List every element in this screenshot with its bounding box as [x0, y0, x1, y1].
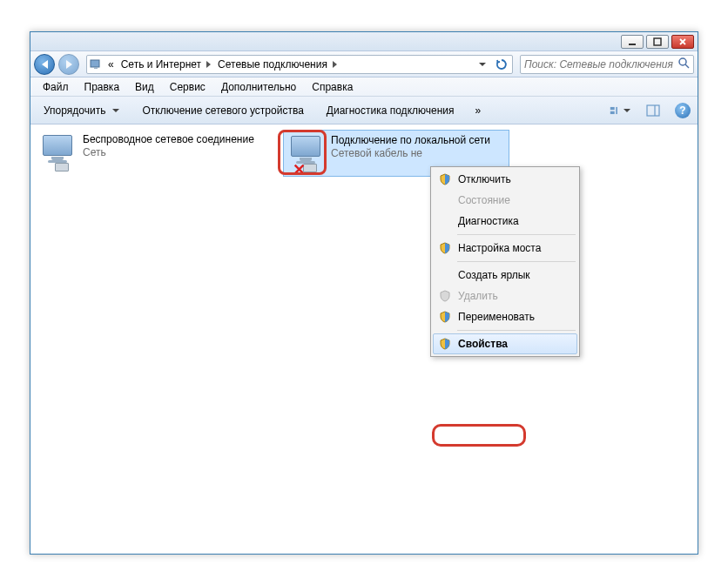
svg-rect-6 — [610, 106, 615, 109]
connection-wireless[interactable]: Беспроводное сетевое соединение Сеть — [36, 130, 262, 175]
svg-rect-2 — [91, 60, 99, 67]
ctx-status-label: Состояние — [455, 194, 571, 206]
wireless-title: Беспроводное сетевое соединение — [83, 133, 254, 146]
ctx-separator — [457, 330, 576, 331]
ctx-diagnose-label: Диагностика — [455, 215, 571, 227]
svg-rect-1 — [654, 38, 661, 45]
forward-button[interactable] — [58, 54, 79, 75]
ctx-separator — [457, 261, 576, 262]
annotation-highlight-properties — [432, 424, 526, 447]
search-input[interactable] — [524, 58, 677, 71]
ctx-properties[interactable]: Свойства — [433, 333, 577, 354]
ctx-bridge-label: Настройка моста — [455, 242, 571, 254]
ctx-shortcut-label: Создать ярлык — [455, 269, 571, 281]
address-bar[interactable]: « Сеть и Интернет Сетевые подключения — [86, 55, 513, 74]
menu-file[interactable]: Файл — [36, 79, 76, 95]
wireless-line2: Сеть — [83, 146, 254, 159]
breadcrumb-level1-label: Сеть и Интернет — [121, 58, 201, 71]
ctx-properties-label: Свойства — [455, 338, 571, 350]
content-area[interactable]: Беспроводное сетевое соединение Сеть ✕ П… — [30, 124, 698, 554]
ctx-shortcut[interactable]: Создать ярлык — [433, 265, 577, 286]
shield-icon — [435, 173, 455, 185]
explorer-window: « Сеть и Интернет Сетевые подключения Фа… — [30, 31, 698, 555]
breadcrumb-prefix[interactable]: « — [104, 56, 118, 73]
menu-extra[interactable]: Дополнительно — [214, 79, 303, 95]
ctx-status: Состояние — [433, 190, 577, 211]
organize-label: Упорядочить — [44, 104, 105, 117]
organize-button[interactable]: Упорядочить — [37, 101, 125, 120]
address-dropdown[interactable] — [474, 57, 491, 72]
svg-rect-9 — [647, 105, 659, 116]
search-box[interactable] — [520, 55, 694, 74]
back-button[interactable] — [34, 54, 55, 75]
ctx-rename[interactable]: Переименовать — [433, 306, 577, 327]
ctx-bridge[interactable]: Настройка моста — [433, 238, 577, 259]
maximize-button[interactable] — [646, 35, 669, 49]
ctx-rename-label: Переименовать — [455, 311, 571, 323]
svg-rect-8 — [616, 106, 617, 113]
svg-rect-0 — [629, 44, 636, 45]
ctx-disable[interactable]: Отключить — [433, 169, 577, 190]
ctx-separator — [457, 234, 576, 235]
menu-edit[interactable]: Правка — [78, 79, 127, 95]
disconnected-x-icon: ✕ — [293, 160, 306, 179]
svg-rect-7 — [610, 111, 615, 113]
ctx-delete-label: Удалить — [455, 290, 571, 302]
shield-icon — [435, 242, 455, 254]
breadcrumb-level2[interactable]: Сетевые подключения — [214, 56, 340, 73]
menu-help[interactable]: Справка — [305, 79, 360, 95]
context-menu: Отключить Состояние Диагностика Настройк… — [430, 166, 580, 357]
nav-row: « Сеть и Интернет Сетевые подключения — [30, 51, 698, 77]
help-button[interactable]: ? — [675, 103, 691, 118]
lan-line2: Сетевой кабель не — [331, 147, 490, 160]
close-button[interactable] — [671, 35, 694, 49]
breadcrumb-level1[interactable]: Сеть и Интернет — [118, 56, 214, 73]
ctx-disable-label: Отключить — [455, 173, 571, 185]
menubar: Файл Правка Вид Сервис Дополнительно Спр… — [30, 77, 698, 97]
shield-icon — [435, 311, 455, 323]
svg-rect-3 — [94, 67, 98, 69]
lan-icon: ✕ — [287, 134, 326, 172]
ctx-diagnose[interactable]: Диагностика — [433, 211, 577, 232]
disable-device-button[interactable]: Отключение сетевого устройства — [136, 101, 309, 120]
view-mode-button[interactable] — [609, 101, 631, 120]
diagnose-label: Диагностика подключения — [327, 104, 455, 117]
ctx-delete: Удалить — [433, 286, 577, 306]
menu-tools[interactable]: Сервис — [163, 79, 212, 95]
breadcrumb-level2-label: Сетевые подключения — [218, 58, 327, 71]
titlebar — [30, 32, 698, 51]
shield-icon — [435, 290, 455, 302]
command-bar: Упорядочить Отключение сетевого устройст… — [30, 97, 698, 124]
lan-title: Подключение по локальной сети — [331, 134, 490, 147]
menu-view[interactable]: Вид — [128, 79, 161, 95]
minimize-button[interactable] — [621, 35, 644, 49]
shield-icon — [435, 338, 455, 350]
disable-device-label: Отключение сетевого устройства — [142, 104, 303, 117]
search-icon[interactable] — [677, 57, 690, 71]
overflow-button[interactable]: » — [471, 101, 486, 120]
refresh-button[interactable] — [493, 57, 510, 72]
diagnose-button[interactable]: Диагностика подключения — [320, 101, 461, 120]
location-icon — [87, 56, 104, 73]
wireless-icon — [39, 133, 78, 171]
preview-pane-button[interactable] — [642, 101, 664, 120]
svg-point-4 — [679, 58, 686, 65]
svg-line-5 — [685, 64, 689, 68]
